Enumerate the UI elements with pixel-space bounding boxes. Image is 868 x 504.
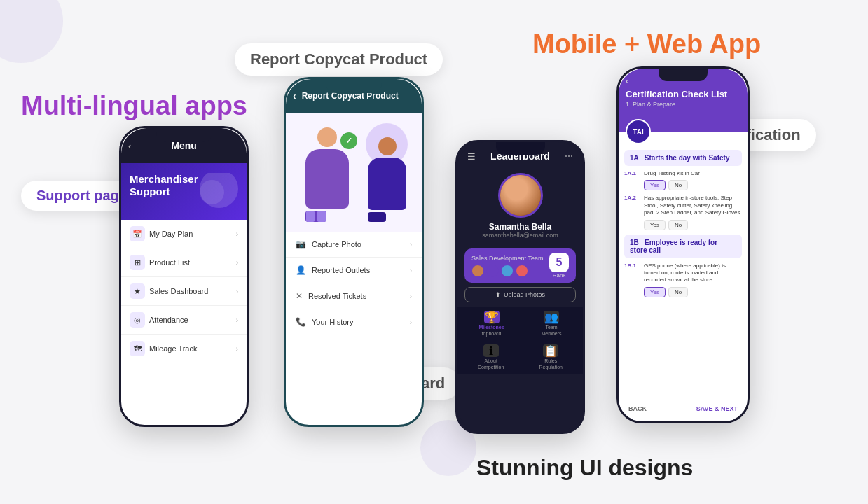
p2-chevron-1: › [410,241,412,248]
mini-av-2 [486,265,499,277]
mini-av-1 [471,265,484,277]
multilingual-heading: Multi-lingual apps [21,91,247,121]
rank-left: Sales Development Team [471,255,543,277]
phone1-notch [156,128,212,142]
phone1-item-1[interactable]: 📅 My Day Plan › [121,220,247,248]
phone2-menu-list: 📷 Capture Photo › 👤 Reported Outlets › ✕… [286,232,422,335]
milestones-sub: topboard [482,331,502,336]
icon-day-plan: 📅 [130,226,145,241]
rank-sub-label: Rank [549,272,569,279]
rank-right: 5 Rank [549,253,569,279]
phone3-avatar-section: Samantha Bella samanthabella@email.com [457,166,583,244]
phone1-inner: ‹ Menu Merchandiser Support 📅 My Day Pla… [121,128,247,425]
phone1-item-5[interactable]: 🗺 Mileage Track › [121,335,247,363]
item-1b1-yn: Yes No [644,287,742,298]
person2-figure [368,137,406,222]
phone1-item-2[interactable]: ⊞ Product List › [121,248,247,277]
phone2-inner: ‹ Report Copycat Product ✓ [286,79,422,425]
phone1-menu-list: 📅 My Day Plan › ⊞ Product List › ★ Sales… [121,220,247,363]
user-email: samanthabella@email.com [482,232,558,239]
phone2-notch [326,79,382,93]
p2-chevron-3: › [410,293,412,300]
icon-attendance: ◎ [130,312,145,328]
p2-chevron-4: › [410,318,412,326]
phone2-item-2[interactable]: 👤 Reported Outlets › [286,258,422,284]
rules-icon: 📋 [543,344,558,357]
icon-product-list: ⊞ [130,255,145,270]
item-1a2: 1A.2 Has appropriate in-store tools: Ste… [624,195,742,230]
phone2-item-3[interactable]: ✕ Resolved Tickets › [286,284,422,309]
upload-photos-btn[interactable]: ⬆ Upload Photos [464,287,576,302]
nav-rules[interactable]: 📋 Rules Regulation [539,344,562,370]
section-1a-title: 1A Starts the day with Safety [630,154,736,162]
cert-title: Certification Check List [626,89,740,99]
phone2-item-1[interactable]: 📷 Capture Photo › [286,232,422,258]
no-btn-1b1[interactable]: No [668,287,688,298]
section-1a: 1A Starts the day with Safety [624,150,742,166]
p2-label-4: Your History [312,318,354,326]
section-1b-title: 1B Employee is ready for store call [630,239,736,254]
item-1a1-text: Drug Testing Kit in Car [644,170,700,177]
avatar-image [498,173,543,218]
phone1-item-4[interactable]: ◎ Attendance › [121,306,247,335]
nav-milestones[interactable]: 🏆 Milestones topboard [478,311,504,336]
p2-label-2: Reported Outlets [312,266,370,274]
rank-number: 5 [549,253,569,272]
nav-team[interactable]: 👥 Team Members [541,311,561,336]
p2-label-1: Capture Photo [312,240,361,248]
chevron-icon-1: › [236,230,238,238]
nav-about[interactable]: ℹ About Competition [478,344,504,370]
upload-label: Upload Photos [504,291,545,298]
phone1-support-banner: Merchandiser Support [121,163,247,220]
section-1b: 1B Employee is ready for store call [624,234,742,258]
about-sub: Competition [478,365,504,370]
no-btn-1a1[interactable]: No [668,180,688,190]
phone2-illustration: ✓ [286,113,422,232]
chevron-icon-3: › [236,288,238,295]
chevron-icon-4: › [236,316,238,324]
p2-label-3: Resolved Tickets [308,292,366,300]
rank-section: Sales Development Team 5 Rank [464,248,576,283]
check-deco: ✓ [340,132,357,149]
user-name: Samantha Bella [489,222,551,232]
about-label: About [485,358,497,363]
team-icon: 👥 [544,311,559,323]
save-next-button[interactable]: SAVE & NEXT [696,405,738,412]
icon-outlets: 👤 [296,265,306,275]
item-1b1-num: 1B.1 [624,262,641,269]
milestones-icon: 🏆 [484,311,500,323]
mini-av-4 [516,265,528,277]
rules-label: Rules [544,358,557,363]
cert-logo: TAI [626,119,651,144]
item-1a2-num: 1A.2 [624,195,641,201]
phone2-item-4[interactable]: 📞 Your History › [286,309,422,335]
yes-btn-1a2[interactable]: Yes [644,220,666,230]
yes-btn-1a1[interactable]: Yes [644,180,666,190]
phone4-bottom-bar: BACK SAVE & NEXT [619,395,748,421]
hamburger-icon: ☰ [467,151,476,162]
mini-av-3 [501,265,514,277]
cert-sub: 1. Plan & Prepare [626,101,740,108]
about-icon: ℹ [483,344,499,357]
phone-leaderboard: ☰ Leaderboard ⋯ Samantha Bella samanthab… [455,140,585,434]
chevron-icon-2: › [236,259,238,267]
phone1-item-3[interactable]: ★ Sales Dashboard › [121,277,247,306]
mini-avatars [471,265,543,277]
item2-label: Product List [149,258,190,267]
icon-mileage: 🗺 [130,341,145,356]
rules-sub: Regulation [539,365,562,370]
item3-label: Sales Dashboard [149,287,208,295]
phone3-notch [496,142,545,155]
phone-certification: ‹ Certification Check List 1. Plan & Pre… [616,66,750,424]
no-btn-1a2[interactable]: No [668,220,688,230]
back-button[interactable]: BACK [628,405,647,412]
phone-report: ‹ Report Copycat Product ✓ [284,77,424,427]
dots-icon: ⋯ [565,151,573,161]
yes-btn-1b1[interactable]: Yes [644,287,666,298]
item-1b1-text: GPS phone (where applicable) is turned o… [644,262,742,284]
chevron-icon-5: › [236,345,238,353]
icon-sales: ★ [130,284,145,299]
item-1b1: 1B.1 GPS phone (where applicable) is tur… [624,262,742,298]
item4-label: Attendance [149,316,188,324]
icon-capture: 📷 [296,239,306,249]
